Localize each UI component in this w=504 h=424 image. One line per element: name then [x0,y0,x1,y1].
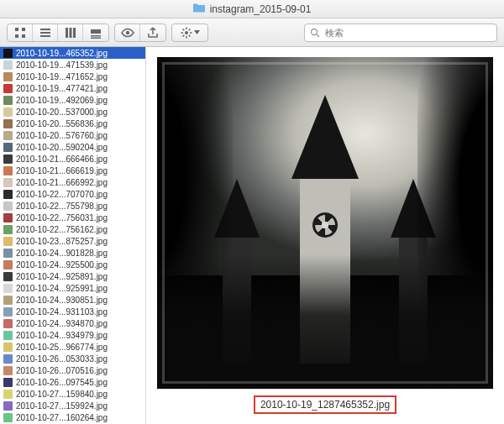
file-name: 2010-10-22...707070.jpg [16,190,108,199]
file-row[interactable]: 2010-10-23...875257.jpg [0,235,145,247]
file-thumbnail [3,143,13,152]
preview-filename: 2010-10-19_1287465352.jpg [254,395,396,414]
file-row[interactable]: 2010-10-24...934979.jpg [0,329,145,341]
file-name: 2010-10-20...576760.jpg [16,131,108,140]
file-name: 2010-10-24...934870.jpg [16,319,108,328]
file-name: 2010-10-19...492069.jpg [16,96,108,105]
search-field[interactable] [304,24,497,42]
file-name: 2010-10-23...875257.jpg [16,237,108,246]
file-row[interactable]: 2010-10-19...471539.jpg [0,59,145,71]
file-row[interactable]: 2010-10-20...576760.jpg [0,129,145,141]
file-list[interactable]: 2010-10-19...465352.jpg2010-10-19...4715… [0,47,146,424]
file-row[interactable]: 2010-10-25...966774.jpg [0,341,145,353]
file-name: 2010-10-27...159840.jpg [16,390,108,399]
file-name: 2010-10-20...556836.jpg [16,119,108,128]
file-row[interactable]: 2010-10-24...930851.jpg [0,294,145,306]
svg-rect-10 [91,29,101,34]
file-name: 2010-10-27...160264.jpg [16,413,108,422]
chevron-down-icon [194,30,200,34]
file-row[interactable]: 2010-10-24...901828.jpg [0,247,145,259]
svg-line-19 [182,29,184,30]
file-row[interactable]: 2010-10-27...159840.jpg [0,388,145,400]
preview-image[interactable] [157,57,493,389]
view-list-button[interactable] [33,24,58,41]
file-thumbnail [3,72,13,81]
file-row[interactable]: 2010-10-19...492069.jpg [0,94,145,106]
file-name: 2010-10-21...666992.jpg [16,178,108,187]
file-row[interactable]: 2010-10-24...925891.jpg [0,270,145,282]
svg-rect-12 [91,37,101,39]
file-thumbnail [3,190,13,199]
svg-rect-8 [69,28,71,38]
file-row[interactable]: 2010-10-26...053033.jpg [0,353,145,364]
file-row[interactable]: 2010-10-22...756162.jpg [0,223,145,235]
file-thumbnail [3,401,13,411]
file-thumbnail [3,413,13,422]
file-row[interactable]: 2010-10-24...934870.jpg [0,317,145,329]
file-thumbnail [3,296,13,305]
search-input[interactable] [325,28,491,38]
file-thumbnail [3,249,13,258]
view-column-button[interactable] [58,24,83,41]
file-name: 2010-10-24...930851.jpg [16,296,108,305]
toolbar [0,18,504,47]
file-thumbnail [3,154,13,164]
file-row[interactable]: 2010-10-21...666466.jpg [0,153,145,165]
view-icon-button[interactable] [8,24,33,41]
file-thumbnail [3,366,13,375]
action-menu-button[interactable] [171,24,208,42]
file-thumbnail [3,119,13,128]
file-name: 2010-10-19...471539.jpg [16,60,108,70]
file-row[interactable]: 2010-10-19...477421.jpg [0,82,145,94]
svg-rect-11 [91,35,101,37]
file-row[interactable]: 2010-10-27...160264.jpg [0,411,145,423]
file-row[interactable]: 2010-10-20...556836.jpg [0,118,145,129]
view-coverflow-button[interactable] [83,24,108,41]
file-thumbnail [3,284,13,293]
quicklook-segment [114,24,166,42]
file-name: 2010-10-20...537000.jpg [16,107,108,117]
file-row[interactable]: 2010-10-19...465352.jpg [0,47,145,59]
file-name: 2010-10-27...159924.jpg [16,401,108,411]
svg-point-13 [125,30,129,34]
file-thumbnail [3,213,13,222]
file-row[interactable]: 2010-10-20...537000.jpg [0,106,145,118]
file-row[interactable]: 2010-10-20...590204.jpg [0,141,145,153]
view-mode-segment [7,24,109,42]
file-row[interactable]: 2010-10-22...756031.jpg [0,212,145,223]
file-row[interactable]: 2010-10-27...159924.jpg [0,400,145,411]
svg-point-14 [185,31,188,34]
svg-line-20 [188,34,190,36]
file-name: 2010-10-19...477421.jpg [16,84,108,93]
file-name: 2010-10-20...590204.jpg [16,143,108,152]
file-thumbnail [3,202,13,211]
file-row[interactable]: 2010-10-26...070516.jpg [0,364,145,376]
file-row[interactable]: 2010-10-22...755798.jpg [0,200,145,212]
quicklook-button[interactable] [115,24,140,41]
file-thumbnail [3,60,13,70]
file-thumbnail [3,354,13,364]
file-thumbnail [3,260,13,270]
file-thumbnail [3,390,13,399]
svg-rect-7 [66,28,68,38]
file-row[interactable]: 2010-10-26...097545.jpg [0,376,145,388]
svg-rect-5 [40,32,50,34]
file-row[interactable]: 2010-10-19...471652.jpg [0,71,145,82]
share-button[interactable] [140,24,165,41]
file-thumbnail [3,84,13,93]
file-row[interactable]: 2010-10-24...925500.jpg [0,259,145,270]
file-name: 2010-10-22...755798.jpg [16,202,108,211]
file-row[interactable]: 2010-10-24...925991.jpg [0,282,145,294]
file-thumbnail [3,178,13,187]
svg-rect-2 [15,34,18,38]
file-row[interactable]: 2010-10-21...666992.jpg [0,176,145,188]
file-name: 2010-10-24...901828.jpg [16,249,108,258]
file-thumbnail [3,272,13,281]
file-row[interactable]: 2010-10-24...931103.jpg [0,306,145,317]
svg-line-21 [182,34,184,36]
file-row[interactable]: 2010-10-21...666619.jpg [0,165,145,176]
svg-line-22 [188,29,190,30]
file-thumbnail [3,49,13,58]
file-name: 2010-10-19...465352.jpg [16,49,108,58]
file-row[interactable]: 2010-10-22...707070.jpg [0,188,145,200]
